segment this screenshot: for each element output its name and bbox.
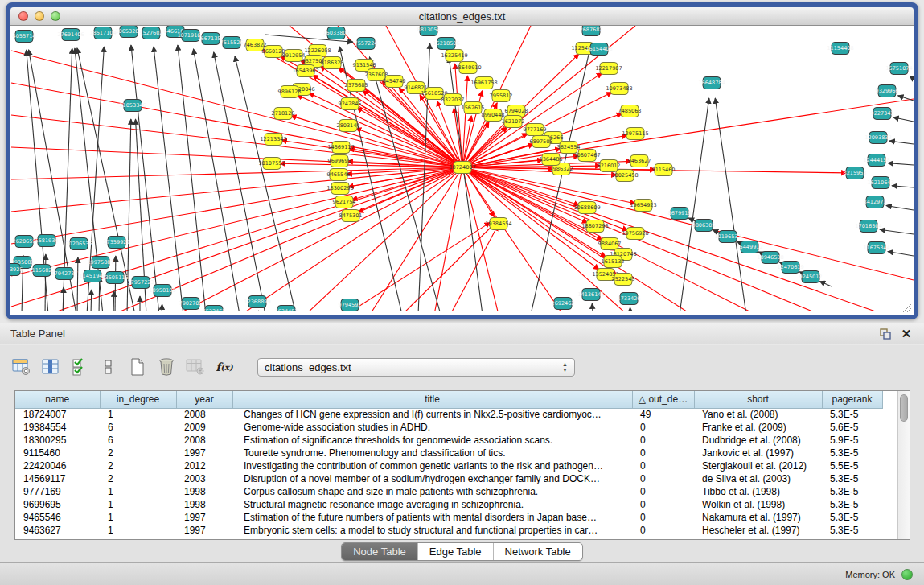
cell[interactable]: Corpus callosum shape and size in male p…	[232, 485, 632, 498]
function-builder-button[interactable]: f(x)	[214, 356, 235, 377]
cell[interactable]: 5.3E-5	[822, 511, 882, 524]
column-header-out_de[interactable]: △ out_de…	[632, 391, 694, 408]
cell[interactable]: 5.6E-5	[822, 421, 882, 434]
cell[interactable]: Embryonic stem cells: a model to study s…	[232, 524, 632, 537]
graph-edge[interactable]	[45, 254, 46, 311]
cell[interactable]: 2	[100, 472, 176, 485]
column-header-name[interactable]: name	[15, 391, 100, 408]
cell[interactable]: 5.3E-5	[822, 485, 882, 498]
table-row[interactable]: 977716911998Corpus callosum shape and si…	[15, 485, 882, 498]
table-row[interactable]: 1456911722003Disruption of a novel membe…	[15, 472, 882, 485]
cell[interactable]: 5.3E-5	[822, 498, 882, 511]
select-columns-button[interactable]	[69, 356, 90, 377]
graph-edge[interactable]	[880, 229, 914, 234]
cell[interactable]: Franke et al. (2009)	[694, 421, 822, 434]
cell[interactable]: Yano et al. (2008)	[694, 408, 822, 421]
table-row[interactable]: 1830029562008Estimation of significance …	[15, 434, 882, 447]
cell[interactable]: 2008	[176, 408, 232, 421]
cell[interactable]: 2	[100, 447, 176, 459]
column-header-title[interactable]: title	[232, 391, 632, 408]
cell[interactable]: 9463627	[15, 524, 100, 537]
cell[interactable]: Disruption of a novel member of a sodium…	[232, 472, 632, 485]
cell[interactable]: 18724007	[15, 408, 100, 421]
graph-edge[interactable]	[462, 167, 885, 311]
table-row[interactable]: 969969511998Structural magnetic resonanc…	[15, 498, 882, 511]
column-header-short[interactable]: short	[694, 391, 822, 408]
cell[interactable]: 5.3E-5	[822, 524, 882, 537]
cell[interactable]: Tibbo et al. (1998)	[694, 485, 822, 498]
close-panel-icon[interactable]: ✕	[898, 327, 914, 341]
cell[interactable]: 5.5E-5	[822, 459, 882, 472]
cell[interactable]: 0	[632, 498, 694, 511]
cell[interactable]: 0	[632, 472, 694, 485]
cell[interactable]: 14569117	[15, 472, 100, 485]
graph-edge[interactable]	[162, 304, 162, 311]
memory-status-icon[interactable]	[901, 569, 913, 580]
cell[interactable]: 0	[632, 511, 694, 524]
cell[interactable]: 49	[632, 408, 694, 421]
cell[interactable]: 0	[632, 447, 694, 459]
tab-network-table[interactable]: Network Table	[493, 543, 582, 560]
cell[interactable]: 1998	[176, 498, 232, 511]
graph-edge[interactable]	[892, 186, 914, 187]
cell[interactable]: Hescheler et al. (1997)	[694, 524, 822, 537]
cell[interactable]: 2003	[176, 472, 232, 485]
graph-edge[interactable]	[91, 290, 92, 311]
network-window-titlebar[interactable]: citations_edges.txt	[10, 7, 914, 26]
graph-edge[interactable]	[680, 98, 709, 311]
cell[interactable]: 1	[100, 524, 176, 537]
cell[interactable]: 5.3E-5	[822, 447, 882, 459]
cell[interactable]: 1	[100, 498, 176, 511]
cell[interactable]: Dudbridge et al. (2008)	[694, 434, 822, 447]
table-scrollbar[interactable]	[897, 391, 910, 539]
cell[interactable]: Structural magnetic resonance image aver…	[232, 498, 632, 511]
graph-edge[interactable]	[910, 76, 914, 79]
table-settings-button[interactable]	[11, 356, 32, 377]
graph-edge[interactable]	[531, 43, 591, 311]
cell[interactable]: 0	[632, 421, 694, 434]
graph-edge[interactable]	[715, 98, 746, 311]
network-canvas[interactable]: 7463822866012889129541222605893275031654…	[10, 26, 914, 315]
column-header-pagerank[interactable]: pagerank	[822, 391, 882, 408]
graph-edge[interactable]	[11, 167, 462, 276]
cell[interactable]: Tourette syndrome. Phenomenology and cla…	[232, 447, 632, 459]
cell[interactable]: 9465546	[15, 511, 100, 524]
table-scrollbar-thumb[interactable]	[900, 394, 908, 422]
cell[interactable]: Estimation of the future numbers of pati…	[232, 511, 632, 524]
cell[interactable]: 1	[100, 408, 176, 421]
cell[interactable]: 2012	[176, 459, 232, 472]
cell[interactable]: 1998	[176, 485, 232, 498]
resize-grip[interactable]	[901, 302, 912, 313]
cell[interactable]: Jankovic et al. (1997)	[694, 447, 822, 459]
cell[interactable]: 2008	[176, 434, 232, 447]
cell[interactable]: Investigating the contribution of common…	[232, 459, 632, 472]
float-panel-icon[interactable]	[877, 327, 893, 341]
delete-rows-button[interactable]	[156, 356, 177, 377]
cell[interactable]: de Silva et al. (2003)	[694, 472, 822, 485]
cell[interactable]: Wolkin et al. (1998)	[694, 498, 822, 511]
cell[interactable]: 0	[632, 434, 694, 447]
cell[interactable]: Changes of HCN gene expression and I(f) …	[232, 408, 632, 421]
graph-edge[interactable]	[888, 252, 914, 256]
graph-edge[interactable]	[889, 141, 914, 144]
cell[interactable]: Nakamura et al. (1997)	[694, 511, 822, 524]
cell[interactable]: 6	[100, 434, 176, 447]
graph-edge[interactable]	[592, 303, 593, 311]
tab-edge-table[interactable]: Edge Table	[417, 543, 493, 560]
cell[interactable]: 18300295	[15, 434, 100, 447]
cell[interactable]: 9777169	[15, 485, 100, 498]
cell[interactable]: 6	[100, 421, 176, 434]
column-header-year[interactable]: year	[176, 391, 232, 408]
graph-edge[interactable]	[11, 167, 462, 307]
cell[interactable]: 9115460	[15, 447, 100, 459]
cell[interactable]: Stergiakouli et al. (2012)	[694, 459, 822, 472]
column-header-in_degree[interactable]: in_degree	[100, 391, 176, 408]
tab-node-table[interactable]: Node Table	[342, 543, 417, 560]
new-table-button[interactable]	[127, 356, 148, 377]
graph-edge[interactable]	[178, 45, 206, 311]
cell[interactable]: 0	[632, 459, 694, 472]
graph-edge[interactable]	[194, 49, 240, 311]
table-row[interactable]: 911546021997Tourette syndrome. Phenomeno…	[15, 447, 882, 459]
cell[interactable]: 5.3E-5	[822, 472, 882, 485]
table-row[interactable]: 1872400712008Changes of HCN gene express…	[15, 408, 882, 421]
